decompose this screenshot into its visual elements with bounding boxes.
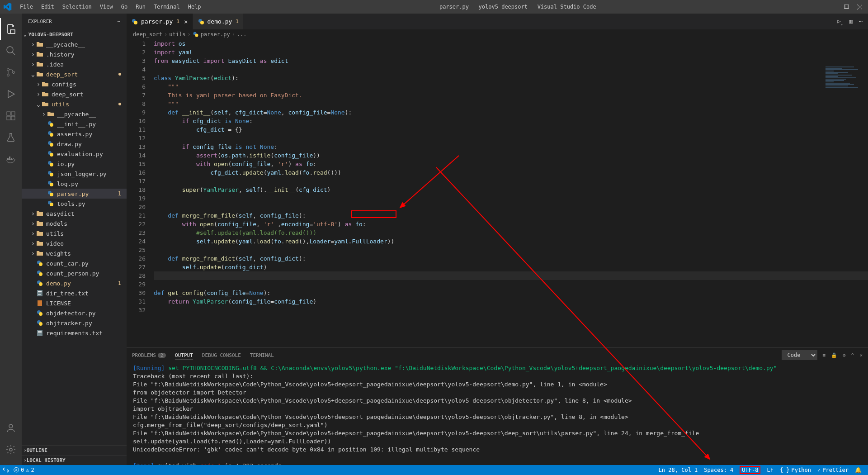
file-count_car-py[interactable]: count_car.py — [22, 258, 127, 268]
svg-point-49 — [39, 322, 42, 326]
folder-models[interactable]: ›models — [22, 218, 127, 228]
file-tree: ›__pycache__›.history›.idea⌄deep_sort›co… — [22, 39, 127, 445]
tab-parser[interactable]: parser.py 1 × — [127, 14, 193, 29]
menu-help[interactable]: Help — [184, 2, 205, 12]
expand-icon[interactable]: ^ — [851, 352, 854, 358]
output-filter[interactable]: Code — [782, 350, 817, 360]
folder-video[interactable]: ›video — [22, 238, 127, 248]
search-icon[interactable] — [0, 40, 22, 62]
svg-point-57 — [200, 21, 204, 24]
run-debug-icon[interactable] — [0, 83, 22, 105]
file-objdetector-py[interactable]: objdetector.py — [22, 308, 127, 318]
svg-point-38 — [39, 272, 42, 276]
problems-tab[interactable]: PROBLEMS2 — [132, 352, 166, 358]
file-draw-py[interactable]: draw.py — [22, 139, 127, 149]
folder-__pycache__[interactable]: ›__pycache__ — [22, 39, 127, 49]
status-encoding[interactable]: UTF-8 — [740, 466, 760, 474]
terminal-tab[interactable]: TERMINAL — [250, 352, 274, 358]
file-count_person-py[interactable]: count_person.py — [22, 268, 127, 278]
accounts-icon[interactable] — [0, 417, 22, 439]
file-tools-py[interactable]: tools.py — [22, 199, 127, 209]
folder-__pycache__[interactable]: ›__pycache__ — [22, 109, 127, 119]
svg-rect-42 — [38, 291, 42, 292]
debug-console-tab[interactable]: DEBUG CONSOLE — [202, 352, 241, 358]
minimap[interactable] — [826, 66, 866, 121]
menu-file[interactable]: File — [16, 2, 37, 12]
folder-configs[interactable]: ›configs — [22, 79, 127, 89]
svg-point-16 — [9, 448, 12, 451]
filter-icon[interactable]: ≡ — [823, 352, 826, 358]
file-demo-py[interactable]: demo.py1 — [22, 278, 127, 288]
source-control-icon[interactable] — [0, 62, 22, 83]
more-icon[interactable]: ⋯ — [859, 18, 863, 26]
settings-gear-icon[interactable] — [0, 439, 22, 461]
run-icon[interactable]: ▷⌄ — [837, 18, 843, 26]
folder-deep_sort[interactable]: ⌄deep_sort — [22, 69, 127, 79]
file-__init__-py[interactable]: __init__.py — [22, 119, 127, 129]
folder-utils[interactable]: ⌄utils — [22, 99, 127, 109]
folder-deep_sort[interactable]: ›deep_sort — [22, 89, 127, 99]
folder--history[interactable]: ›.history — [22, 49, 127, 59]
docker-icon[interactable] — [0, 148, 22, 170]
project-header[interactable]: ⌄ YOLOV5-DEEPSORT — [22, 29, 127, 39]
file-objtracker-py[interactable]: objtracker.py — [22, 318, 127, 328]
minimize-icon[interactable] — [831, 5, 836, 10]
output-tab[interactable]: OUTPUT — [175, 352, 193, 360]
menu-go[interactable]: Go — [118, 2, 131, 12]
more-icon[interactable]: ⋯ — [117, 19, 120, 24]
explorer-icon[interactable] — [0, 18, 22, 40]
menu-selection[interactable]: Selection — [59, 2, 95, 12]
file-log-py[interactable]: log.py — [22, 179, 127, 189]
menu-run[interactable]: Run — [132, 2, 149, 12]
folder--idea[interactable]: ›.idea — [22, 59, 127, 69]
menu-terminal[interactable]: Terminal — [150, 2, 184, 12]
file-io-py[interactable]: io.py — [22, 159, 127, 169]
status-eol[interactable]: LF — [767, 467, 773, 473]
close-panel-icon[interactable]: × — [859, 352, 863, 358]
python-icon — [193, 31, 199, 38]
svg-point-4 — [7, 69, 9, 71]
lock-icon[interactable]: 🔒 — [831, 352, 837, 358]
menu-view[interactable]: View — [96, 2, 117, 12]
local-history-section[interactable]: ›LOCAL HISTORY — [22, 455, 127, 465]
file-evaluation-py[interactable]: evaluation.py — [22, 149, 127, 159]
svg-point-28 — [50, 173, 53, 176]
svg-point-5 — [7, 74, 9, 76]
split-icon[interactable]: ▥ — [849, 18, 853, 26]
output-content[interactable]: [Running] set PYTHONIOENCODING=utf8 && C… — [127, 362, 868, 465]
testing-icon[interactable] — [0, 127, 22, 148]
status-errors[interactable]: ⓧ 0 ⚠ 2 — [14, 466, 34, 474]
code-editor[interactable]: 1234567891011121314151617181920212223242… — [127, 39, 868, 347]
menu-bar: File Edit Selection View Go Run Terminal… — [16, 2, 205, 12]
menu-edit[interactable]: Edit — [38, 2, 58, 12]
file-json_logger-py[interactable]: json_logger.py — [22, 169, 127, 179]
status-prettier[interactable]: ✓ Prettier — [817, 467, 849, 473]
clear-icon[interactable]: ⊘ — [843, 352, 846, 358]
explorer-title: EXPLORER — [28, 19, 52, 24]
outline-section[interactable]: ›OUTLINE — [22, 445, 127, 455]
sidebar: EXPLORER ⋯ ⌄ YOLOV5-DEEPSORT ›__pycache_… — [22, 14, 127, 465]
extensions-icon[interactable] — [0, 105, 22, 127]
folder-utils[interactable]: ›utils — [22, 228, 127, 238]
remote-icon[interactable] — [3, 467, 9, 473]
tab-demo[interactable]: demo.py 1 — [193, 14, 244, 29]
vscode-logo-icon — [4, 3, 12, 11]
file-dir_tree-txt[interactable]: dir_tree.txt — [22, 288, 127, 298]
svg-rect-52 — [38, 332, 42, 333]
status-line-col[interactable]: Ln 28, Col 1 — [659, 467, 698, 473]
close-icon[interactable]: × — [184, 18, 188, 25]
file-requirements-txt[interactable]: requirements.txt — [22, 328, 127, 338]
close-icon[interactable] — [857, 5, 862, 10]
svg-rect-7 — [7, 112, 10, 115]
code-content[interactable]: import os import yaml from easydict impo… — [154, 39, 868, 347]
breadcrumbs[interactable]: deep_sort› utils› parser.py› ... — [127, 29, 868, 39]
file-parser-py[interactable]: parser.py1 — [22, 189, 127, 199]
status-language[interactable]: { } Python — [780, 467, 811, 473]
status-spaces[interactable]: Spaces: 4 — [704, 467, 733, 473]
folder-easydict[interactable]: ›easydict — [22, 209, 127, 218]
file-asserts-py[interactable]: asserts.py — [22, 129, 127, 139]
maximize-icon[interactable] — [844, 5, 849, 10]
folder-weights[interactable]: ›weights — [22, 248, 127, 258]
file-LICENSE[interactable]: LICENSE — [22, 298, 127, 308]
notifications-icon[interactable]: 🔔 — [855, 467, 862, 473]
